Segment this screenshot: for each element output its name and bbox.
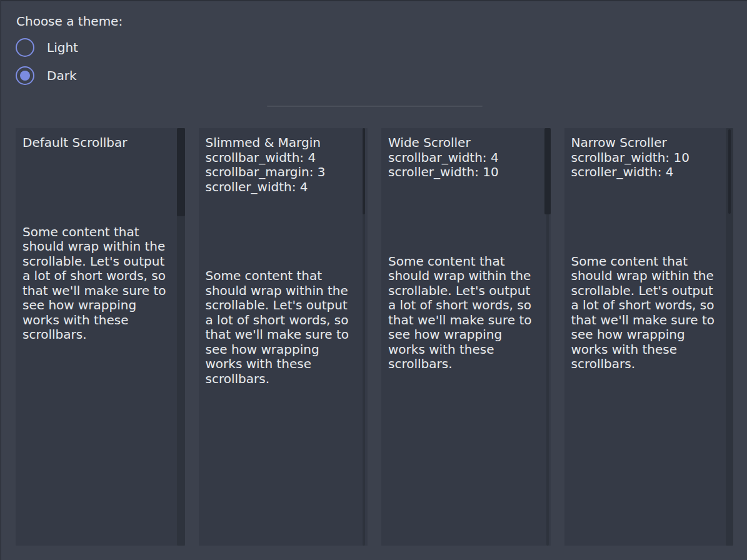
radio-option-light[interactable]: Light: [16, 38, 123, 57]
radio-option-dark[interactable]: Dark: [16, 66, 123, 85]
panel-scroll-area[interactable]: Wide Scroller scrollbar_width: 4 scrolle…: [381, 128, 551, 379]
scrollable-panel-slimmed[interactable]: Slimmed & Margin scrollbar_width: 4 scro…: [199, 128, 368, 546]
radio-dark-dot: [20, 71, 30, 81]
scrollable-panel-narrow[interactable]: Narrow Scroller scrollbar_width: 10 scro…: [564, 128, 734, 546]
radio-dark-icon[interactable]: [16, 66, 34, 85]
content-spacer: [206, 194, 353, 269]
theme-chooser: Choose a theme: Light Dark: [16, 14, 123, 85]
panel-content: Some content that should wrap within the…: [388, 254, 536, 372]
content-spacer: [571, 180, 719, 254]
content-spacer: [23, 151, 170, 225]
panel-title: Narrow Scroller: [571, 136, 719, 151]
radio-light-icon[interactable]: [16, 38, 34, 57]
scrollable-panel-default[interactable]: Default Scrollbar Some content that shou…: [16, 128, 185, 546]
radio-dark-label[interactable]: Dark: [47, 68, 76, 83]
scrollbar-thumb[interactable]: [544, 128, 551, 214]
panel-properties: scrollbar_width: 4 scroller_width: 10: [388, 151, 536, 180]
panel-title: Slimmed & Margin: [206, 136, 353, 151]
panel-properties: scrollbar_width: 10 scroller_width: 4: [571, 151, 719, 180]
panel-scroll-area[interactable]: Slimmed & Margin scrollbar_width: 4 scro…: [199, 128, 368, 394]
radio-light-label[interactable]: Light: [47, 40, 78, 55]
window-top-edge: [0, 0, 747, 1]
scrollable-demos: Default Scrollbar Some content that shou…: [16, 128, 733, 546]
scrollbar-thumb[interactable]: [363, 128, 365, 214]
panel-scroll-area[interactable]: Default Scrollbar Some content that shou…: [16, 128, 185, 350]
scrollable-panel-wide[interactable]: Wide Scroller scrollbar_width: 4 scrolle…: [381, 128, 551, 546]
panel-content: Some content that should wrap within the…: [206, 269, 353, 386]
panel-content: Some content that should wrap within the…: [23, 225, 170, 342]
panel-scroll-area[interactable]: Narrow Scroller scrollbar_width: 10 scro…: [564, 128, 734, 379]
panel-title: Wide Scroller: [388, 136, 536, 151]
scrollbar-thumb[interactable]: [728, 129, 731, 214]
theme-chooser-label: Choose a theme:: [16, 14, 123, 29]
scrollbar-thumb[interactable]: [177, 128, 185, 216]
window-left-edge: [0, 0, 1, 560]
content-spacer: [388, 180, 536, 254]
panel-properties: scrollbar_width: 4 scrollbar_margin: 3 s…: [206, 151, 353, 195]
divider: [267, 106, 483, 107]
panel-title: Default Scrollbar: [23, 136, 170, 151]
panel-content: Some content that should wrap within the…: [571, 254, 719, 372]
